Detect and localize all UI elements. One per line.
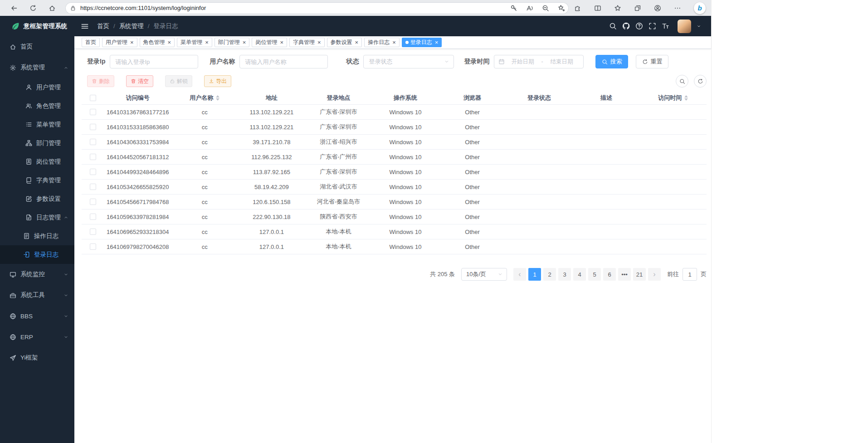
- tab-operation-log[interactable]: 操作日志×: [364, 38, 400, 47]
- row-checkbox[interactable]: [90, 229, 96, 235]
- goto-page-input[interactable]: [683, 268, 697, 281]
- more-pages-button[interactable]: •••: [618, 268, 631, 281]
- page-button[interactable]: 21: [633, 268, 646, 281]
- row-checkbox[interactable]: [90, 139, 96, 145]
- collections-icon[interactable]: [634, 5, 641, 12]
- user-name-input[interactable]: [239, 55, 328, 68]
- row-checkbox[interactable]: [90, 243, 96, 250]
- tab-post-management[interactable]: 岗位管理×: [252, 38, 287, 47]
- sidebar-item-erp[interactable]: ERP: [0, 326, 74, 347]
- unlock-button[interactable]: 解锁: [165, 75, 192, 87]
- split-screen-icon[interactable]: [594, 5, 601, 12]
- row-checkbox[interactable]: [90, 214, 96, 220]
- status-select[interactable]: 登录状态: [363, 55, 454, 68]
- row-checkbox[interactable]: [90, 124, 96, 130]
- search-button[interactable]: 搜索: [595, 55, 628, 68]
- page-button[interactable]: 5: [588, 268, 601, 281]
- back-icon[interactable]: [10, 5, 18, 12]
- page-button[interactable]: 6: [603, 268, 616, 281]
- address-bar[interactable]: https://ccnetcore.com:1101/system/log/lo…: [65, 2, 569, 14]
- sidebar-item-bbs[interactable]: BBS: [0, 306, 74, 326]
- reload-icon[interactable]: [29, 5, 37, 12]
- page-button[interactable]: 1: [528, 268, 541, 281]
- close-icon[interactable]: ×: [280, 39, 283, 45]
- row-checkbox[interactable]: [90, 154, 96, 160]
- close-icon[interactable]: ×: [243, 39, 246, 45]
- github-icon[interactable]: [622, 22, 630, 30]
- key-icon[interactable]: [510, 5, 517, 12]
- sidebar-item-role-management[interactable]: 角色管理: [0, 97, 74, 115]
- fullscreen-icon[interactable]: [649, 22, 656, 30]
- sort-icons[interactable]: [216, 95, 219, 101]
- page-button[interactable]: 3: [558, 268, 571, 281]
- sidebar-item-login-log[interactable]: 登录日志: [0, 245, 74, 264]
- sidebar-item-parameter-settings[interactable]: 参数设置: [0, 190, 74, 208]
- bing-copilot-icon[interactable]: b: [694, 2, 706, 14]
- sidebar-item-department-management[interactable]: 部门管理: [0, 134, 74, 152]
- clear-button[interactable]: 清空: [126, 75, 153, 87]
- search-toggle-button[interactable]: [676, 75, 688, 88]
- sidebar-item-system-monitor[interactable]: 系统监控: [0, 264, 74, 285]
- table-toolbar: 删除清空解锁导出: [87, 75, 707, 88]
- sidebar-item-system-management[interactable]: 系统管理: [0, 57, 74, 78]
- tab-menu-management[interactable]: 菜单管理×: [177, 38, 212, 47]
- sidebar-item-menu-management[interactable]: 菜单管理: [0, 115, 74, 134]
- next-page-button[interactable]: ›: [648, 268, 661, 281]
- tab-role-management[interactable]: 角色管理×: [140, 38, 175, 47]
- search-icon[interactable]: [609, 22, 617, 30]
- reset-button[interactable]: 重置: [636, 55, 668, 68]
- close-icon[interactable]: ×: [435, 39, 439, 45]
- tab-user-management[interactable]: 用户管理×: [102, 38, 137, 47]
- sidebar-item-home[interactable]: 首页: [0, 36, 74, 57]
- tab-login-log[interactable]: 登录日志×: [402, 38, 442, 47]
- extensions-icon[interactable]: [574, 5, 581, 12]
- sidebar-item-post-management[interactable]: 岗位管理: [0, 152, 74, 171]
- home-icon[interactable]: [49, 5, 56, 12]
- prev-page-button[interactable]: ‹: [513, 268, 526, 281]
- profile-icon[interactable]: [654, 5, 661, 12]
- row-checkbox[interactable]: [90, 109, 96, 115]
- tab-home[interactable]: 首页: [82, 38, 100, 47]
- breadcrumb-item[interactable]: 系统管理: [119, 22, 144, 30]
- page-button[interactable]: 2: [543, 268, 556, 281]
- app-logo[interactable]: 意框架管理系统: [0, 16, 74, 36]
- date-range-picker[interactable]: 开始日期 - 结束日期: [494, 55, 584, 68]
- close-icon[interactable]: ×: [317, 39, 321, 45]
- login-ip-input[interactable]: [110, 55, 198, 68]
- sidebar-item-log-management[interactable]: 日志管理: [0, 208, 74, 227]
- page-size-select[interactable]: 10条/页: [461, 268, 507, 281]
- sidebar-item-operation-log[interactable]: 操作日志: [0, 227, 74, 245]
- breadcrumb-item[interactable]: 首页: [97, 22, 109, 30]
- more-icon[interactable]: [674, 5, 681, 12]
- close-icon[interactable]: ×: [392, 39, 396, 45]
- sidebar-item-yi-framework[interactable]: Yi框架: [0, 347, 74, 368]
- refresh-toggle-button[interactable]: [694, 75, 707, 88]
- user-avatar[interactable]: [678, 19, 691, 33]
- tab-department-management[interactable]: 部门管理×: [215, 38, 250, 47]
- url-text[interactable]: https://ccnetcore.com:1101/system/log/lo…: [80, 5, 507, 11]
- hamburger-icon[interactable]: [81, 22, 89, 30]
- close-icon[interactable]: ×: [355, 39, 359, 45]
- tab-dict-management[interactable]: 字典管理×: [289, 38, 325, 47]
- zoom-out-icon[interactable]: [542, 5, 549, 12]
- page-button[interactable]: 4: [573, 268, 586, 281]
- font-size-icon[interactable]: [662, 22, 669, 30]
- tab-parameter-settings[interactable]: 参数设置×: [327, 38, 362, 47]
- add-favorite-icon[interactable]: [558, 5, 565, 12]
- read-aloud-icon[interactable]: [526, 5, 533, 12]
- question-icon[interactable]: [635, 22, 643, 30]
- row-checkbox[interactable]: [90, 199, 96, 205]
- delete-button[interactable]: 删除: [87, 75, 114, 87]
- export-button[interactable]: 导出: [204, 75, 231, 87]
- close-icon[interactable]: ×: [168, 39, 171, 45]
- close-icon[interactable]: ×: [205, 39, 209, 45]
- sidebar-item-user-management[interactable]: 用户管理: [0, 78, 74, 97]
- sidebar-item-dict-management[interactable]: 字典管理: [0, 171, 74, 190]
- sidebar-item-system-tools[interactable]: 系统工具: [0, 285, 74, 306]
- select-all-checkbox[interactable]: [90, 95, 96, 101]
- close-icon[interactable]: ×: [130, 39, 134, 45]
- favorites-icon[interactable]: [614, 5, 621, 12]
- row-checkbox[interactable]: [90, 169, 96, 175]
- sort-icons[interactable]: [684, 95, 688, 101]
- row-checkbox[interactable]: [90, 184, 96, 190]
